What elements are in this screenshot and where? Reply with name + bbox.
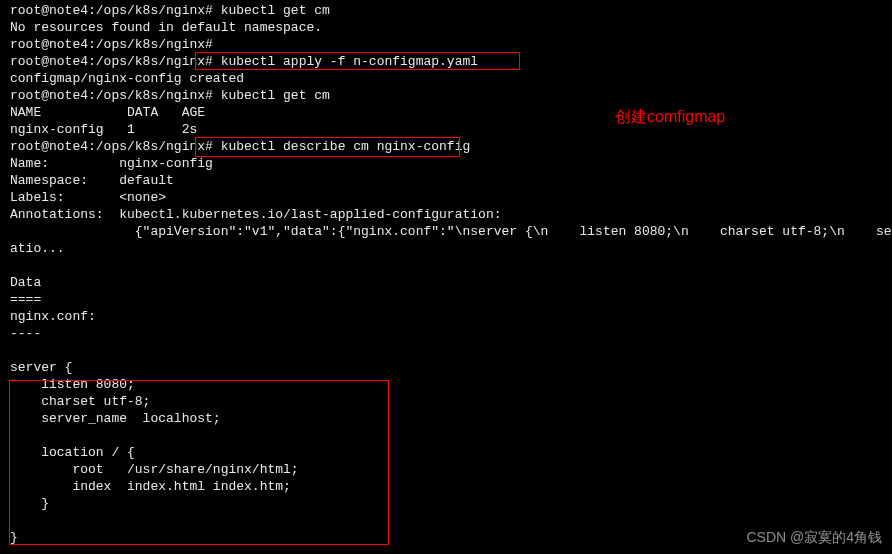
terminal-line: Name: nginx-config	[10, 155, 892, 172]
annotation-text: 创建comfigmap	[615, 108, 725, 125]
terminal-line	[10, 342, 892, 359]
terminal-line: server_name localhost;	[10, 410, 892, 427]
terminal-line: ----	[10, 325, 892, 342]
terminal-line: root@note4:/ops/k8s/nginx# kubectl apply…	[10, 53, 892, 70]
terminal-line: No resources found in default namespace.	[10, 19, 892, 36]
terminal-line: nginx.conf:	[10, 308, 892, 325]
terminal-line	[10, 427, 892, 444]
terminal-line: location / {	[10, 444, 892, 461]
terminal-line: charset utf-8;	[10, 393, 892, 410]
terminal-line: NAME DATA AGE	[10, 104, 892, 121]
terminal-line: {"apiVersion":"v1","data":{"nginx.conf":…	[10, 223, 892, 240]
terminal-line: root@note4:/ops/k8s/nginx#	[10, 36, 892, 53]
watermark-text: CSDN @寂寞的4角钱	[746, 529, 882, 546]
terminal-line: Data	[10, 274, 892, 291]
terminal-line: listen 8080;	[10, 376, 892, 393]
terminal-line: Annotations: kubectl.kubernetes.io/last-…	[10, 206, 892, 223]
terminal-line	[10, 512, 892, 529]
terminal-line	[10, 257, 892, 274]
terminal-line: }	[10, 495, 892, 512]
terminal-line: atio...	[10, 240, 892, 257]
terminal-line: configmap/nginx-config created	[10, 70, 892, 87]
terminal-line: Namespace: default	[10, 172, 892, 189]
terminal-line: ====	[10, 291, 892, 308]
terminal-line: root /usr/share/nginx/html;	[10, 461, 892, 478]
terminal-line: nginx-config 1 2s	[10, 121, 892, 138]
terminal-line: root@note4:/ops/k8s/nginx# kubectl get c…	[10, 2, 892, 19]
terminal-line: root@note4:/ops/k8s/nginx# kubectl descr…	[10, 138, 892, 155]
terminal-line: index index.html index.htm;	[10, 478, 892, 495]
terminal-line: root@note4:/ops/k8s/nginx# kubectl get c…	[10, 87, 892, 104]
terminal-line: server {	[10, 359, 892, 376]
terminal-line: Labels: <none>	[10, 189, 892, 206]
